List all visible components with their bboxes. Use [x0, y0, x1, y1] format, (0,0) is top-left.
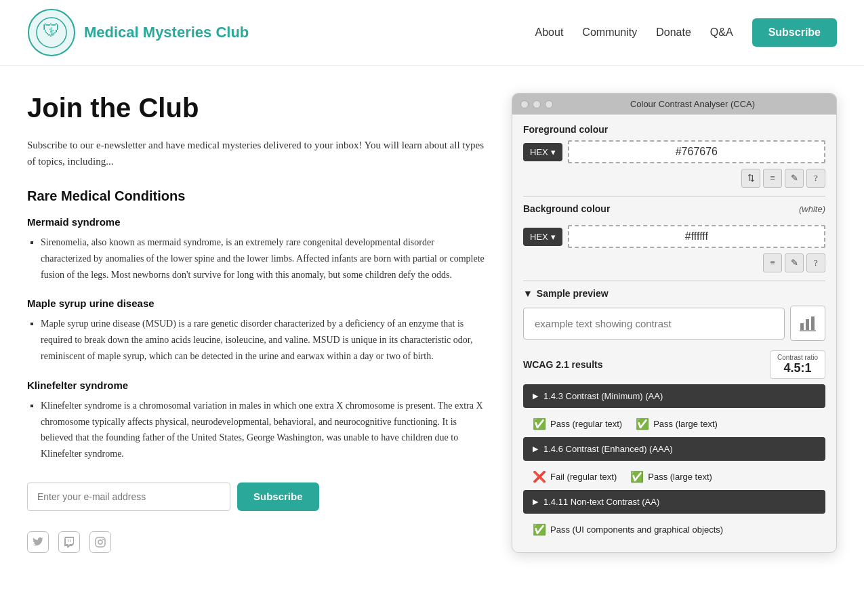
- criterion-146-label: 1.4.6 Contrast (Enhanced) (AAA): [543, 444, 673, 454]
- criterion-146[interactable]: ▶ 1.4.6 Contrast (Enhanced) (AAA): [523, 437, 825, 461]
- foreground-icon-row: ⇅ ≡ ✎ ?: [523, 169, 825, 188]
- swap-icon[interactable]: ⇅: [741, 169, 760, 188]
- arrow-143-icon: ▶: [533, 392, 538, 401]
- foreground-format-select[interactable]: HEX ▾: [523, 143, 562, 161]
- chart-preview-button[interactable]: [790, 306, 825, 341]
- criterion-1411-label: 1.4.11 Non-text Contrast (AA): [543, 497, 659, 507]
- condition-desc-msud: Maple syrup urine disease (MSUD) is a ra…: [41, 316, 485, 364]
- criterion-1411[interactable]: ▶ 1.4.11 Non-text Contrast (AA): [523, 490, 825, 514]
- result-143-large-text: Pass (large text): [653, 419, 718, 429]
- foreground-value-input[interactable]: [568, 140, 825, 163]
- background-label-row: Background colour (white): [523, 203, 825, 220]
- logo-icon: 🛡 ⚕: [27, 8, 76, 57]
- results-row-1411: ✅ Pass (UI components and graphical obje…: [523, 518, 825, 543]
- divider-1: [523, 196, 825, 197]
- condition-desc-mermaid: Sirenomelia, also known as mermaid syndr…: [41, 234, 485, 283]
- pass-icon-146-large: ✅: [630, 470, 644, 483]
- preview-content: example text showing contrast: [523, 306, 825, 341]
- instagram-icon[interactable]: [89, 531, 111, 553]
- chevron-down-icon: ▾: [551, 147, 556, 157]
- result-143-regular: ✅ Pass (regular text): [533, 417, 622, 430]
- settings-bg-icon[interactable]: ≡: [763, 253, 782, 272]
- wcag-section: WCAG 2.1 results Contrast ratio 4.5:1 ▶ …: [523, 350, 825, 543]
- email-input[interactable]: [27, 482, 230, 511]
- svg-text:⚕: ⚕: [49, 26, 55, 37]
- titlebar-dot-red: [520, 100, 529, 108]
- main-layout: Join the Club Subscribe to our e-newslet…: [0, 66, 864, 580]
- divider-2: [523, 281, 825, 281]
- svg-point-6: [102, 539, 104, 540]
- email-form: Subscribe: [27, 482, 485, 511]
- condition-klinefelter: Klinefelter syndrome Klinefelter syndrom…: [27, 379, 485, 462]
- pass-icon-1411-ui: ✅: [533, 523, 546, 536]
- contrast-ratio-box: Contrast ratio 4.5:1: [770, 350, 825, 379]
- preview-text-box: example text showing contrast: [523, 308, 785, 340]
- section-heading: Rare Medical Conditions: [27, 188, 485, 204]
- sample-preview-label: Sample preview: [537, 288, 609, 299]
- page-title: Join the Club: [27, 93, 485, 123]
- background-row: HEX ▾: [523, 225, 825, 248]
- nav-about[interactable]: About: [535, 26, 564, 38]
- eyedropper-fg-icon[interactable]: ✎: [785, 169, 804, 188]
- contrast-ratio-value: 4.5:1: [777, 361, 818, 375]
- settings-icon[interactable]: ≡: [763, 169, 782, 188]
- brand-name: Medical Mysteries Club: [84, 24, 249, 41]
- help-bg-icon[interactable]: ?: [806, 253, 825, 272]
- background-icon-row: ≡ ✎ ?: [523, 253, 825, 272]
- background-label: Background colour: [523, 203, 610, 214]
- nav-links: About Community Donate Q&A Subscribe: [535, 18, 837, 47]
- logo-area: 🛡 ⚕ Medical Mysteries Club: [27, 8, 249, 57]
- background-format-select[interactable]: HEX ▾: [523, 228, 562, 246]
- foreground-row: HEX ▾: [523, 140, 825, 163]
- contrast-ratio-label: Contrast ratio: [777, 354, 818, 361]
- condition-mermaid: Mermaid syndrome Sirenomelia, also known…: [27, 216, 485, 283]
- twitch-icon[interactable]: [58, 531, 80, 553]
- eyedropper-bg-icon[interactable]: ✎: [785, 253, 804, 272]
- condition-title-klinefelter: Klinefelter syndrome: [27, 379, 485, 391]
- condition-title-mermaid: Mermaid syndrome: [27, 216, 485, 228]
- sample-preview-toggle[interactable]: ▼ Sample preview: [523, 288, 825, 299]
- background-format-label: HEX: [530, 232, 548, 242]
- condition-desc-klinefelter: Klinefelter syndrome is a chromosomal va…: [41, 398, 485, 462]
- condition-msud: Maple syrup urine disease Maple syrup ur…: [27, 297, 485, 364]
- result-143-regular-text: Pass (regular text): [550, 419, 622, 429]
- result-146-large: ✅ Pass (large text): [630, 470, 712, 483]
- criterion-143[interactable]: ▶ 1.4.3 Contrast (Minimum) (AA): [523, 384, 825, 408]
- background-value-input[interactable]: [568, 225, 825, 248]
- fail-icon-146-regular: ❌: [533, 470, 546, 483]
- sample-preview-section: ▼ Sample preview example text showing co…: [523, 288, 825, 341]
- wcag-title: WCAG 2.1 results: [523, 359, 602, 370]
- arrow-1411-icon: ▶: [533, 497, 538, 506]
- wcag-header-row: WCAG 2.1 results Contrast ratio 4.5:1: [523, 350, 825, 379]
- svg-rect-8: [806, 319, 809, 330]
- cca-body: Foreground colour HEX ▾ ⇅ ≡ ✎ ? Backgrou…: [512, 115, 836, 552]
- navbar: 🛡 ⚕ Medical Mysteries Club About Communi…: [0, 0, 864, 66]
- subscribe-form-button[interactable]: Subscribe: [237, 482, 319, 511]
- svg-point-5: [98, 540, 102, 544]
- chevron-down-bg-icon: ▾: [551, 232, 556, 242]
- arrow-146-icon: ▶: [533, 445, 538, 453]
- condition-title-msud: Maple syrup urine disease: [27, 297, 485, 309]
- result-146-large-text: Pass (large text): [648, 472, 712, 482]
- result-143-large: ✅ Pass (large text): [636, 417, 718, 430]
- titlebar-dot-yellow: [533, 100, 541, 108]
- svg-rect-9: [811, 316, 815, 330]
- svg-rect-7: [800, 323, 804, 330]
- twitter-icon[interactable]: [27, 531, 49, 553]
- titlebar-dot-green: [545, 100, 553, 108]
- foreground-label: Foreground colour: [523, 124, 825, 135]
- nav-subscribe-button[interactable]: Subscribe: [752, 18, 837, 47]
- result-1411-ui: ✅ Pass (UI components and graphical obje…: [533, 523, 723, 536]
- bar-chart-icon: [798, 314, 817, 333]
- help-icon[interactable]: ?: [806, 169, 825, 188]
- nav-qa[interactable]: Q&A: [710, 26, 733, 38]
- nav-donate[interactable]: Donate: [656, 26, 691, 38]
- nav-community[interactable]: Community: [582, 26, 637, 38]
- result-1411-ui-text: Pass (UI components and graphical object…: [550, 525, 723, 535]
- intro-text: Subscribe to our e-newsletter and have m…: [27, 137, 485, 169]
- cca-title: Colour Contrast Analyser (CCA): [630, 99, 755, 109]
- criterion-143-label: 1.4.3 Contrast (Minimum) (AA): [543, 391, 663, 401]
- pass-icon-143-large: ✅: [636, 417, 649, 430]
- result-146-regular: ❌ Fail (regular text): [533, 470, 617, 483]
- results-row-146: ❌ Fail (regular text) ✅ Pass (large text…: [523, 465, 825, 490]
